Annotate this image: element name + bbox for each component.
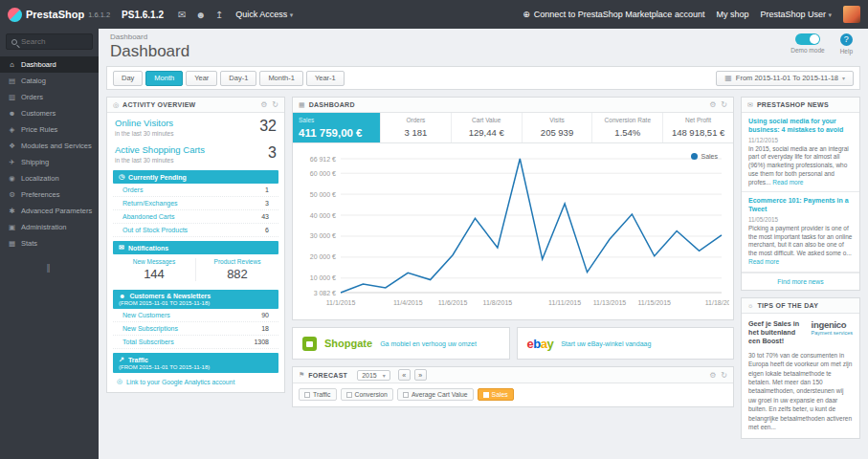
google-analytics-link[interactable]: ◎ Link to your Google Analytics account — [107, 373, 284, 392]
dashboard-panel-title: Dashboard — [309, 101, 355, 108]
product-reviews-cell[interactable]: Product Reviews 882 — [195, 258, 278, 281]
active-carts-link[interactable]: Active Shopping Carts — [115, 144, 205, 155]
pending-returns-link[interactable]: Return/Exchanges — [122, 200, 178, 207]
sidebar-item-stats[interactable]: ▦Stats — [0, 235, 99, 251]
kpi-cart-value[interactable]: Cart Value129,44 € — [451, 113, 522, 142]
sidebar-item-catalog[interactable]: ▤Catalog — [0, 73, 99, 89]
forecast-next-button[interactable]: » — [414, 369, 427, 381]
user-menu[interactable]: PrestaShop User ▾ — [760, 10, 832, 19]
chart-legend[interactable]: Sales — [691, 153, 718, 160]
new-subscriptions-value: 18 — [261, 325, 269, 332]
avatar[interactable] — [843, 6, 860, 23]
range-button-day[interactable]: Day — [113, 71, 143, 86]
checkbox-icon — [483, 392, 489, 398]
sidebar-item-modules[interactable]: ❖Modules and Services — [0, 138, 99, 154]
range-button-year[interactable]: Year — [186, 71, 217, 86]
online-visitors-stat: Online Visitors in the last 30 minutes 3… — [107, 113, 284, 140]
date-range-button[interactable]: ▦ From 2015-11-01 To 2015-11-18 ▾ — [716, 71, 854, 86]
filter-conversion[interactable]: Conversion — [341, 388, 393, 401]
pending-orders-link[interactable]: Orders — [122, 186, 143, 193]
upload-icon[interactable]: ↥ — [215, 10, 223, 20]
kpi-conversion-rate[interactable]: Conversion Rate1.54% — [591, 113, 662, 142]
gear-icon[interactable]: ⚙ — [260, 100, 267, 109]
ebay-link[interactable]: Start uw eBay-winkel vandaag — [561, 340, 651, 347]
news-article-title[interactable]: Ecommerce 101: Payments in a Tweet — [748, 197, 853, 214]
new-customers-row: New Customers90 — [113, 309, 278, 322]
tips-of-the-day-panel: ☼ Tips of the day Geef je Sales in het b… — [741, 297, 860, 439]
main-content: Dashboard Dashboard Demo mode ? Help Day… — [99, 29, 868, 459]
sidebar-item-label: Shipping — [21, 158, 49, 166]
sidebar-nav: ⌂Dashboard ▤Catalog ▥Orders ☻Customers ◈… — [0, 56, 99, 251]
gear-icon[interactable]: ⚙ — [709, 371, 716, 380]
sidebar-item-administration[interactable]: ▣Administration — [0, 219, 99, 235]
news-article-date: 11/12/2015 — [748, 137, 853, 143]
customers-icon: ☻ — [8, 109, 16, 118]
sidebar-item-dashboard[interactable]: ⌂Dashboard — [0, 56, 99, 73]
read-more-link[interactable]: Read more — [748, 258, 779, 265]
read-more-link[interactable]: Read more — [772, 179, 803, 186]
sidebar-item-price-rules[interactable]: ◈Price Rules — [0, 121, 99, 138]
chevron-down-icon: ▾ — [828, 11, 832, 18]
filter-sales[interactable]: Sales — [478, 388, 514, 401]
ingenico-name: ingenico — [812, 319, 853, 330]
marketplace-link[interactable]: ⊕ Connect to PrestaShop Marketplace acco… — [523, 10, 704, 19]
filter-traffic[interactable]: Traffic — [299, 388, 337, 401]
sidebar-item-advanced-parameters[interactable]: ✱Advanced Parameters — [0, 203, 99, 219]
my-shop-link[interactable]: My shop — [716, 10, 748, 19]
sidebar-item-preferences[interactable]: ⚙Preferences — [0, 186, 99, 203]
find-more-news-link[interactable]: Find more news — [742, 273, 859, 290]
range-button-month[interactable]: Month — [145, 71, 183, 86]
marketplace-label: Connect to PrestaShop Marketplace accoun… — [534, 10, 705, 19]
page-title: Dashboard — [110, 42, 857, 61]
shop-name-menu[interactable]: PS1.6.1.2 — [122, 10, 164, 20]
tips-panel-title: Tips of the day — [757, 302, 818, 309]
active-carts-sub: in the last 30 minutes — [115, 157, 205, 164]
range-button-year-1[interactable]: Year-1 — [306, 71, 345, 86]
shopgate-logo-icon — [302, 337, 317, 351]
sidebar-item-customers[interactable]: ☻Customers — [0, 105, 99, 121]
new-customers-link[interactable]: New Customers — [122, 312, 170, 318]
kpi-net-profit[interactable]: Net Profit148 918,51 € — [662, 113, 733, 142]
profile-icon[interactable]: ☻ — [195, 10, 206, 20]
total-subscribers-link[interactable]: Total Subscribers — [122, 339, 174, 345]
search-input[interactable] — [21, 37, 88, 46]
forecast-prev-button[interactable]: « — [398, 369, 411, 381]
news-article-title[interactable]: Using social media for your business: 4 … — [748, 118, 853, 135]
traffic-header: ↗Traffic (FROM 2015-11-01 TO 2015-11-18) — [113, 353, 278, 373]
abandoned-carts-link[interactable]: Abandoned Carts — [122, 213, 174, 220]
sidebar-item-shipping[interactable]: ✈Shipping — [0, 154, 99, 170]
sidebar-collapse-button[interactable]: ∥ — [0, 263, 99, 273]
kpi-visits[interactable]: Visits205 939 — [522, 113, 592, 142]
news-article: Using social media for your business: 4 … — [742, 113, 859, 192]
range-button-day-1[interactable]: Day-1 — [220, 71, 256, 86]
abandoned-carts-value: 43 — [261, 213, 269, 220]
demo-mode-toggle[interactable] — [795, 33, 820, 45]
refresh-icon[interactable]: ↻ — [272, 100, 278, 109]
kpi-orders[interactable]: Orders3 181 — [380, 113, 451, 142]
svg-text:10 000 €: 10 000 € — [310, 274, 336, 281]
filter-average-cart-value[interactable]: Average Cart Value — [397, 388, 474, 401]
forecast-year-select[interactable]: 2015 ▾ — [357, 370, 390, 381]
catalog-icon: ▤ — [8, 76, 16, 85]
refresh-icon[interactable]: ↻ — [721, 371, 727, 380]
demo-mode: Demo mode — [790, 33, 824, 55]
kpi-sales[interactable]: Sales411 759,00 € — [293, 113, 380, 142]
help-icon[interactable]: ? — [840, 33, 853, 46]
online-visitors-value: 32 — [259, 118, 277, 135]
sidebar-item-orders[interactable]: ▥Orders — [0, 89, 99, 105]
sidebar-search[interactable] — [6, 33, 93, 50]
quick-access-menu[interactable]: Quick Access ▾ — [235, 10, 293, 19]
messages-icon[interactable]: ✉ — [178, 10, 186, 20]
svg-text:3 082 €: 3 082 € — [314, 290, 336, 296]
range-button-month-1[interactable]: Month-1 — [259, 71, 303, 86]
sidebar-item-localization[interactable]: ◉Localization — [0, 170, 99, 186]
new-messages-cell[interactable]: New Messages 144 — [113, 258, 195, 281]
shopgate-link[interactable]: Ga mobiel en verhoog uw omzet — [380, 340, 477, 347]
refresh-icon[interactable]: ↻ — [721, 100, 727, 109]
online-visitors-link[interactable]: Online Visitors — [115, 118, 173, 128]
gear-icon[interactable]: ⚙ — [709, 100, 716, 109]
new-subscriptions-link[interactable]: New Subscriptions — [122, 325, 178, 332]
pending-orders-value: 1 — [265, 186, 269, 193]
ebay-logo: ebay — [527, 337, 554, 351]
out-of-stock-link[interactable]: Out of Stock Products — [122, 227, 188, 233]
